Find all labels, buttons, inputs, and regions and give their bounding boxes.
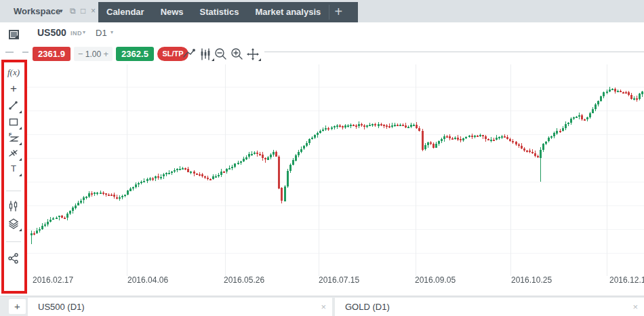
x-axis: 2016.02.172016.04.062016.05.262016.07.15… (27, 274, 644, 286)
rectangle-tool-icon[interactable] (5, 116, 22, 130)
toolbar-divider (6, 241, 21, 242)
line-chart-mode-icon[interactable] (182, 47, 197, 61)
workspace-dropdown-caret-icon[interactable]: ▾ (60, 0, 63, 22)
main-nav: Calendar News Statistics Market analysis… (98, 2, 358, 22)
nav-tab-market-analysis[interactable]: Market analysis (247, 2, 329, 22)
nav-tab-calendar[interactable]: Calendar (98, 2, 153, 22)
drawing-toolbar: f(x) + F T (0, 64, 27, 295)
chart-tab-us500[interactable]: US500 (D1) × (28, 298, 332, 316)
close-tab-icon[interactable]: × (632, 298, 638, 316)
instrument-bar: US500 IND ▾ D1 ▾ (0, 22, 644, 43)
chart-layout-icon[interactable] (9, 30, 19, 39)
volume-increase-button[interactable]: + (103, 49, 108, 59)
zoom-out-icon[interactable] (214, 47, 229, 61)
volume-value[interactable]: 1.00 (85, 50, 101, 59)
volume-stepper[interactable]: − 1.00 + (74, 47, 113, 61)
share-icon[interactable] (5, 252, 22, 266)
panel-collapse-handle[interactable] (22, 52, 28, 53)
panel-collapse-handle[interactable] (5, 52, 14, 53)
candlestick-chart[interactable] (27, 64, 644, 276)
chart-tab-gold[interactable]: GOLD (D1) × (335, 298, 644, 316)
instrument-type-label: IND (71, 30, 82, 37)
x-axis-tick-label: 2016.10.25 (511, 275, 552, 285)
volume-decrease-button[interactable]: − (78, 49, 83, 59)
text-tool-button[interactable]: T (5, 163, 22, 176)
add-object-button[interactable]: + (5, 83, 22, 96)
chart-tab-label: US500 (D1) (38, 298, 85, 316)
toolbar-divider (6, 191, 21, 191)
workspace-label: Workspace (14, 0, 60, 22)
trading-platform-window: Workspace ▾ ⧉ □ × Calendar News Statisti… (0, 0, 644, 316)
candle-style-icon[interactable] (5, 200, 22, 214)
timeframe-dropdown-caret-icon[interactable]: ▾ (110, 29, 113, 35)
remove-drawings-tool-icon[interactable] (5, 147, 22, 161)
trendline-tool-icon[interactable] (5, 100, 22, 113)
pan-crosshair-icon[interactable] (246, 47, 261, 61)
nav-tab-statistics[interactable]: Statistics (192, 2, 247, 22)
x-axis-tick-label: 2016.05.26 (224, 275, 264, 285)
chart-tab-bar: + US500 (D1) × GOLD (D1) × (0, 296, 644, 316)
x-axis-tick-label: 2016.02.17 (33, 275, 73, 285)
workspace-tab[interactable]: Workspace ▾ ⧉ □ × (0, 0, 98, 22)
nav-tab-news[interactable]: News (153, 2, 192, 22)
indicators-fx-button[interactable]: f(x) (5, 66, 22, 80)
close-tab-icon[interactable]: × (321, 298, 326, 316)
zoom-in-icon[interactable] (230, 47, 245, 61)
x-axis-tick-label: 2016.07.15 (319, 275, 359, 285)
buy-ask-button[interactable]: 2362.5 (116, 47, 154, 61)
x-axis-tick-label: 2016.04.06 (127, 275, 168, 285)
instrument-dropdown-caret-icon[interactable]: ▾ (83, 29, 85, 35)
maximize-window-icon[interactable]: □ (81, 0, 85, 22)
sell-bid-button[interactable]: 2361.9 (33, 47, 71, 61)
x-axis-tick-label: 2016.09.05 (415, 275, 456, 285)
add-workspace-tab-button[interactable]: + (329, 2, 347, 22)
layers-icon[interactable] (5, 218, 22, 231)
restore-window-icon[interactable]: ⧉ (70, 0, 76, 22)
timeframe-selector[interactable]: D1 (96, 28, 107, 38)
top-bar: Workspace ▾ ⧉ □ × Calendar News Statisti… (0, 0, 644, 23)
fibonacci-tool-icon[interactable]: F (5, 132, 22, 145)
trade-toolbar: 2361.9 − 1.00 + 2362.5 SL/TP (0, 43, 644, 64)
x-axis-tick-label: 2016.12.1 (609, 275, 644, 285)
toolbar-divider-line (264, 52, 644, 52)
svg-text:F: F (9, 132, 12, 137)
add-chart-tab-button[interactable]: + (9, 299, 26, 314)
instrument-symbol: US500 (37, 27, 66, 38)
candlestick-chart-mode-icon[interactable] (199, 47, 214, 61)
close-window-icon[interactable]: × (91, 0, 96, 22)
chart-tab-label: GOLD (D1) (345, 298, 390, 316)
